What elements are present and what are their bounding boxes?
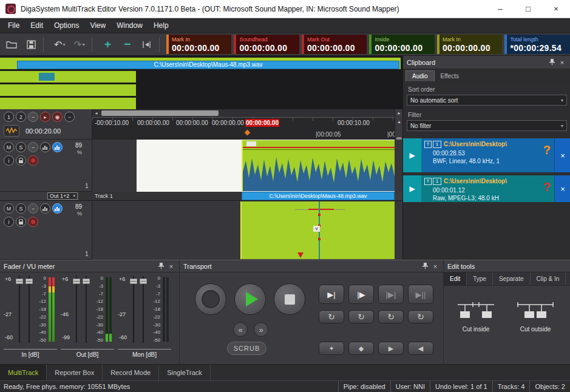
tab-clip-in[interactable]: Clip & In [531, 272, 566, 285]
marker-button[interactable]: ◆ [348, 342, 374, 355]
fader-handle[interactable] [130, 279, 137, 284]
soundhead-marker[interactable] [245, 130, 251, 136]
loop-button[interactable]: ↻ [378, 310, 404, 323]
close-button[interactable]: × [542, 0, 570, 18]
fader-handle[interactable] [73, 279, 80, 284]
menu-file[interactable]: File [2, 18, 25, 33]
next-marker-button[interactable]: ▶ [378, 342, 404, 355]
record-mode-button[interactable]: ◉ [52, 112, 63, 122]
play-button[interactable] [234, 283, 266, 315]
tab-separate[interactable]: Separate [493, 272, 531, 285]
pin-icon[interactable] [421, 262, 429, 271]
fader-slider[interactable] [130, 276, 137, 343]
fader-handle[interactable] [83, 279, 90, 284]
scrub-button[interactable]: SCRUB [227, 342, 266, 355]
audio-clip-track-1[interactable] [242, 140, 395, 191]
output-routing-select[interactable]: Out 1+2 ▾ [47, 192, 78, 200]
close-panel-icon[interactable]: × [558, 58, 566, 67]
overview-track-3[interactable] [0, 84, 136, 96]
horizontal-scroll-thumb[interactable] [101, 110, 219, 116]
tab-audio[interactable]: Audio [405, 70, 435, 81]
overview-clip-title[interactable]: C:\Users\nin\Desktop\Maus-48.mp3.wav [17, 61, 399, 69]
horizontal-scrollbar[interactable]: ◂ [92, 109, 395, 117]
collapse-track-button[interactable]: − [28, 203, 38, 214]
mute-button[interactable]: M [4, 142, 14, 152]
loop-button[interactable]: ↻ [408, 310, 433, 323]
minimize-button[interactable]: – [486, 0, 514, 18]
tab-reporter-box[interactable]: Reporter Box [47, 365, 103, 380]
record-button[interactable] [195, 283, 226, 315]
auto-play-button[interactable]: ▸ [40, 112, 50, 122]
previous-marker-button[interactable]: ◀ [408, 342, 433, 355]
zoom-in-icon[interactable]: + [100, 36, 116, 53]
meter-icon[interactable] [40, 142, 50, 152]
fader-slider[interactable] [83, 276, 90, 343]
stop-button[interactable] [274, 283, 305, 315]
clip-handle[interactable] [246, 141, 256, 146]
clip-gain-line[interactable] [243, 147, 395, 148]
record-arm-button[interactable] [28, 217, 38, 227]
overview-track-4[interactable] [0, 98, 136, 109]
meter-icon[interactable] [40, 203, 50, 214]
overview-clip-segment[interactable] [39, 73, 55, 81]
meter-active-icon[interactable] [52, 203, 63, 214]
save-icon[interactable] [23, 36, 39, 53]
overview-track-1[interactable]: C:\Users\nin\Desktop\Maus-48.mp3.wav [0, 58, 401, 69]
tab-type[interactable]: Type [467, 272, 493, 285]
tab-effects[interactable]: Effects [435, 71, 465, 81]
info-button[interactable]: i [4, 217, 14, 227]
remove-item-button[interactable]: × [554, 138, 570, 172]
marker-flag[interactable] [297, 252, 304, 258]
marker-1-button[interactable]: 1 [4, 112, 14, 122]
fader-slider[interactable] [73, 276, 80, 343]
add-marker-button[interactable]: ✦ [319, 342, 344, 355]
lock-icon[interactable] [16, 217, 26, 227]
fader-slider[interactable] [25, 276, 33, 343]
clipboard-item[interactable]: ▶ T 1 C:\Users\nin\Desktop\ 00:00:28.53 … [403, 138, 570, 172]
tab-record-mode[interactable]: Record Mode [103, 365, 159, 380]
pin-icon[interactable] [157, 262, 165, 271]
play-to-mark-button[interactable]: ▶| [319, 285, 344, 304]
snap-align-icon[interactable] [139, 36, 155, 53]
play-clip-button[interactable]: ▶ [403, 138, 422, 172]
cut-inside-button[interactable]: Cut inside [449, 298, 503, 345]
loop-button[interactable]: ↻ [348, 310, 374, 323]
tab-edit[interactable]: Edit [444, 272, 467, 285]
waveform-view-button[interactable] [4, 125, 19, 137]
record-arm-button[interactable] [28, 155, 38, 166]
skip-forward-button[interactable]: » [254, 322, 268, 337]
track-name-label[interactable]: Track 1 [79, 192, 242, 200]
edit-node[interactable] [318, 214, 321, 216]
close-panel-icon[interactable]: × [431, 262, 439, 271]
meter-active-icon[interactable] [52, 142, 63, 152]
play-clip-button[interactable]: ▶ [403, 175, 422, 202]
clip-title-bar[interactable]: C:\Users\nin\Desktop\Maus-48.mp3.wav [242, 192, 395, 200]
play-between-marks-button[interactable]: |▶| [378, 285, 404, 304]
ruler-ticks[interactable]: -00:00:10.00 00:00:00.00 00:00:00.00 00:… [92, 117, 395, 140]
play-over-mark-button[interactable]: ▶|| [408, 285, 433, 304]
sort-order-select[interactable]: No automatic sort ▾ [407, 95, 567, 106]
fader-handle[interactable] [16, 279, 23, 284]
fader-slider[interactable] [140, 276, 147, 343]
redo-icon[interactable]: ↷ ▾ [71, 36, 87, 53]
clip-gain-line[interactable] [308, 209, 334, 210]
clipboard-item[interactable]: ▶ T 1 C:\Users\nin\Desktop\ 00:00:01.12 … [403, 175, 570, 202]
menu-view[interactable]: View [84, 18, 111, 33]
open-folder-icon[interactable] [4, 36, 19, 53]
playhead-time[interactable]: 00:00:00.00 [245, 119, 279, 127]
fader-handle[interactable] [140, 279, 147, 284]
audio-clip-track-2[interactable]: v [240, 201, 395, 259]
menu-options[interactable]: Options [49, 18, 84, 33]
play-from-mark-button[interactable]: |▶ [348, 285, 374, 304]
collapse-track-button[interactable]: − [28, 142, 38, 152]
undo-icon[interactable]: ↶ ▾ [52, 36, 67, 53]
lock-icon[interactable] [16, 155, 26, 166]
maximize-button[interactable]: □ [514, 0, 542, 18]
tab-singletrack[interactable]: SingleTrack [159, 365, 211, 380]
scroll-left-icon[interactable]: ◂ [92, 109, 100, 117]
filter-select[interactable]: No filter ▾ [407, 120, 567, 131]
solo-button[interactable]: S [16, 203, 26, 214]
menu-edit[interactable]: Edit [25, 18, 49, 33]
cut-outside-button[interactable]: Cut outside [508, 298, 563, 345]
pin-icon[interactable] [548, 58, 556, 67]
